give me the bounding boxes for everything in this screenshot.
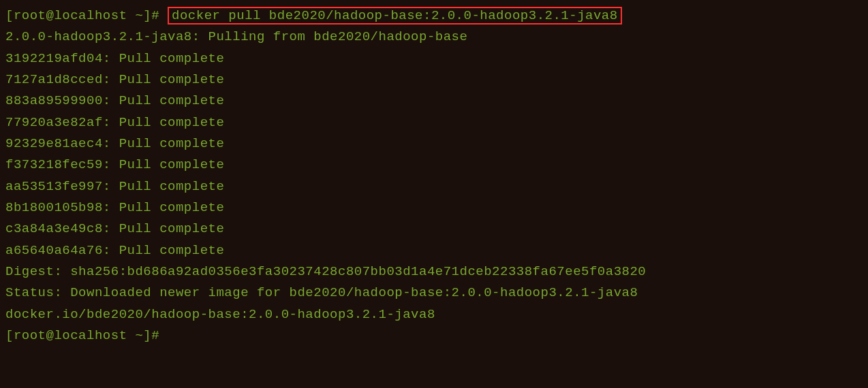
- highlighted-command: docker pull bde2020/hadoop-base:2.0.0-ha…: [168, 7, 622, 25]
- output-layer: 92329e81aec4: Pull complete: [5, 133, 863, 155]
- output-status: Status: Downloaded newer image for bde20…: [5, 282, 863, 304]
- output-layer: 7127a1d8cced: Pull complete: [5, 69, 863, 91]
- output-ref: docker.io/bde2020/hadoop-base:2.0.0-hado…: [5, 304, 863, 325]
- prompt-user-host: [root@localhost ~]#: [5, 8, 159, 23]
- output-layer: aa53513fe997: Pull complete: [5, 176, 863, 197]
- output-layer: a65640a64a76: Pull complete: [5, 240, 863, 261]
- output-layer: 77920a3e82af: Pull complete: [5, 112, 863, 133]
- output-layer: 8b1800105b98: Pull complete: [5, 197, 863, 219]
- output-layer: f373218fec59: Pull complete: [5, 155, 863, 176]
- output-layer: 3192219afd04: Pull complete: [5, 48, 863, 69]
- output-digest: Digest: sha256:bd686a92ad0356e3fa3023742…: [5, 261, 863, 282]
- command-line-1: [root@localhost ~]# docker pull bde2020/…: [5, 5, 863, 27]
- command-line-2[interactable]: [root@localhost ~]#: [5, 325, 863, 346]
- terminal-window[interactable]: [root@localhost ~]# docker pull bde2020/…: [5, 5, 863, 347]
- output-layer: 883a89599900: Pull complete: [5, 91, 863, 112]
- prompt-user-host: [root@localhost ~]#: [5, 328, 159, 343]
- output-layer: c3a84a3e49c8: Pull complete: [5, 219, 863, 240]
- output-pulling: 2.0.0-hadoop3.2.1-java8: Pulling from bd…: [5, 27, 863, 48]
